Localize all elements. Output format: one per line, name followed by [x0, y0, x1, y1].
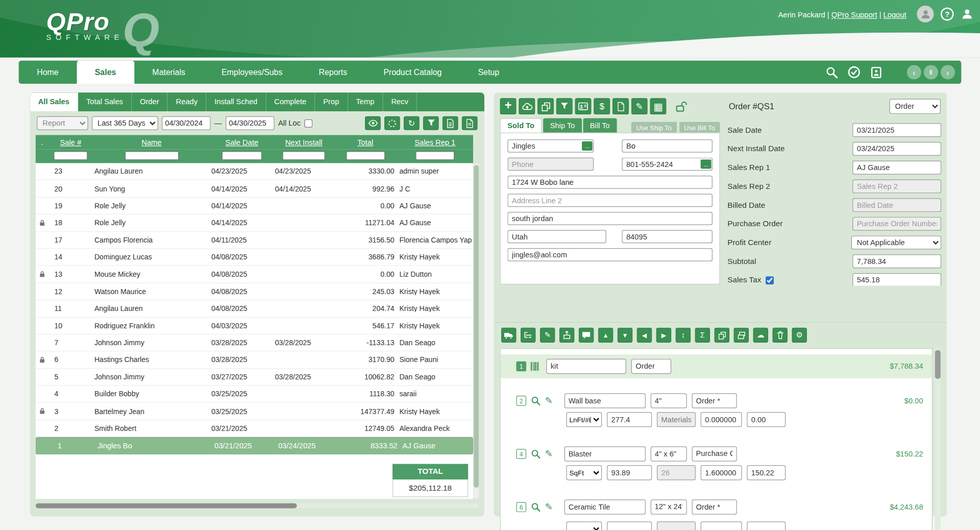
filter-next-install-input[interactable]	[282, 151, 325, 160]
tab-ready[interactable]: Ready	[168, 92, 207, 111]
tab-temp[interactable]: Temp	[348, 92, 383, 111]
quantity-input[interactable]	[607, 465, 652, 480]
order-type-select[interactable]: Order	[889, 99, 940, 113]
item-search-icon[interactable]	[531, 396, 541, 406]
export-csv-button[interactable]	[443, 116, 458, 130]
add-from-catalog-button[interactable]	[501, 328, 516, 343]
sort-sale-date[interactable]: Sale Date	[226, 138, 259, 147]
sales-tax-checkbox[interactable]	[766, 276, 774, 284]
address2-input[interactable]	[507, 194, 713, 207]
copy-item-button[interactable]	[715, 328, 729, 343]
paint-icon[interactable]: ✎	[545, 501, 553, 513]
paint-icon[interactable]: ✎	[545, 395, 553, 406]
nav-tab-home[interactable]: Home	[19, 61, 77, 84]
table-row[interactable]: 13Mouse Mickey04/08/20250.00Liz Dutton	[36, 266, 473, 283]
table-row[interactable]: 6Hastings Charles03/28/20253170.90Sione …	[36, 352, 473, 369]
item-size-input[interactable]	[650, 446, 687, 461]
line-item-kit[interactable]: 1 $7,788.34	[501, 354, 932, 378]
next-install-input[interactable]	[852, 142, 941, 156]
package-button[interactable]	[559, 328, 574, 343]
tab-total-sales[interactable]: Total Sales	[78, 92, 132, 111]
price-input[interactable]	[747, 521, 786, 530]
all-loc-checkbox[interactable]	[304, 119, 312, 127]
unit-price-input[interactable]	[701, 521, 742, 530]
address1-input[interactable]	[507, 176, 713, 189]
last-name-input[interactable]	[622, 139, 713, 153]
state-input[interactable]	[507, 230, 606, 244]
tab-ship-to[interactable]: Ship To	[543, 118, 582, 132]
customer-card-button[interactable]	[575, 98, 592, 114]
item-name-input[interactable]	[564, 393, 645, 408]
nav-tab-sales[interactable]: Sales	[77, 61, 134, 84]
tab-complete[interactable]: Complete	[266, 92, 315, 111]
help-icon[interactable]: ?	[941, 8, 954, 21]
cloud-sync-button[interactable]: ☁	[753, 328, 768, 343]
sort-name[interactable]: Name	[141, 138, 161, 147]
tab-recv[interactable]: Recv	[383, 92, 417, 111]
item-tree-button[interactable]	[521, 328, 535, 343]
profit-center-select[interactable]: Not Applicable	[851, 236, 941, 250]
filter-total-input[interactable]	[346, 151, 385, 160]
item-type-input[interactable]	[692, 499, 737, 514]
phone-input[interactable]	[507, 158, 594, 171]
tab-all-sales[interactable]: All Sales	[30, 92, 78, 111]
table-row[interactable]: 4Builder Bobby03/25/20251118.30saraii	[36, 386, 473, 403]
prev-record-button[interactable]: ‹	[907, 65, 921, 79]
item-settings-button[interactable]: ⚙	[792, 328, 806, 343]
scrollbar-thumb[interactable]	[474, 165, 479, 487]
move-right-button[interactable]: ▶	[656, 328, 671, 343]
copy-order-button[interactable]	[537, 98, 554, 114]
quantity2-input[interactable]	[657, 465, 696, 480]
use-ship-to-button[interactable]: Use Ship To	[631, 122, 677, 133]
filter-order-button[interactable]	[556, 98, 573, 114]
filter-sales-rep-input[interactable]	[415, 151, 454, 160]
first-name-input[interactable]	[507, 139, 594, 153]
sort-next-install[interactable]: Next Install	[285, 138, 323, 147]
sale-date-input[interactable]	[852, 123, 941, 137]
sort-sale-number[interactable]: Sale #	[60, 138, 82, 147]
date-to-input[interactable]	[226, 116, 275, 130]
uom-select[interactable]	[566, 521, 602, 530]
line-item-wall-base[interactable]: 2 ✎ $0.00	[501, 392, 932, 409]
billed-date-input[interactable]	[852, 198, 941, 212]
check-circle-icon[interactable]	[847, 66, 861, 79]
sales-rep2-input[interactable]	[852, 179, 941, 193]
first-name-lookup-button[interactable]: ...	[582, 141, 593, 151]
move-up-button[interactable]: ▲	[598, 328, 613, 343]
filter-sale-date-input[interactable]	[222, 151, 262, 160]
edit-item-button[interactable]: ✎	[540, 328, 555, 343]
quantity-input[interactable]	[607, 521, 652, 530]
next-record-button[interactable]: ›	[941, 65, 955, 79]
logout-link[interactable]: Logout	[884, 11, 906, 19]
unit-price-input[interactable]	[701, 465, 742, 480]
sum-button[interactable]: Σ	[695, 328, 710, 343]
filter-sale-number-input[interactable]	[54, 151, 87, 160]
sales-tax-input[interactable]	[852, 273, 941, 285]
sort-total[interactable]: Total	[357, 138, 373, 147]
table-row-selected[interactable]: 1Jingles Bo03/21/202503/24/20258333.52AJ…	[36, 437, 473, 454]
subtotal-input[interactable]	[852, 254, 941, 268]
nav-tab-materials[interactable]: Materials	[134, 61, 204, 84]
avatar[interactable]	[917, 6, 934, 22]
vendor-input[interactable]	[657, 521, 696, 530]
item-type-input[interactable]	[631, 359, 671, 374]
table-row[interactable]: 18Role Jelly04/14/202511271.04AJ Gause	[36, 214, 473, 232]
sort-sales-rep[interactable]: Sales Rep 1	[414, 138, 455, 147]
reorder-button[interactable]: ↕	[676, 328, 691, 343]
paint-icon[interactable]: ✎	[545, 448, 553, 460]
item-name-input[interactable]	[546, 359, 626, 374]
unit-price-input[interactable]	[701, 412, 742, 427]
move-down-button[interactable]: ▼	[618, 328, 632, 343]
use-bill-to-button[interactable]: Use Bill To	[679, 122, 720, 133]
purchase-order-input[interactable]	[852, 217, 941, 231]
view-button[interactable]	[365, 116, 381, 130]
item-name-input[interactable]	[564, 446, 645, 461]
table-row[interactable]: 23Angilau Lauren04/23/202504/23/20253330…	[36, 163, 473, 181]
duplicate-item-button[interactable]	[734, 328, 749, 343]
tab-bill-to[interactable]: Bill To	[583, 118, 617, 132]
table-row[interactable]: 5Johnson Jimmy03/27/202503/28/202510062.…	[36, 369, 473, 386]
pause-button[interactable]: ‖	[924, 65, 938, 79]
line-item-ceramic-tile[interactable]: 6 ✎ $4,243.68	[501, 498, 932, 516]
table-row[interactable]: 10Rodriguez Franklin04/03/2025546.17Kris…	[36, 317, 473, 334]
nav-tab-product-catalog[interactable]: Product Catalog	[365, 61, 460, 84]
